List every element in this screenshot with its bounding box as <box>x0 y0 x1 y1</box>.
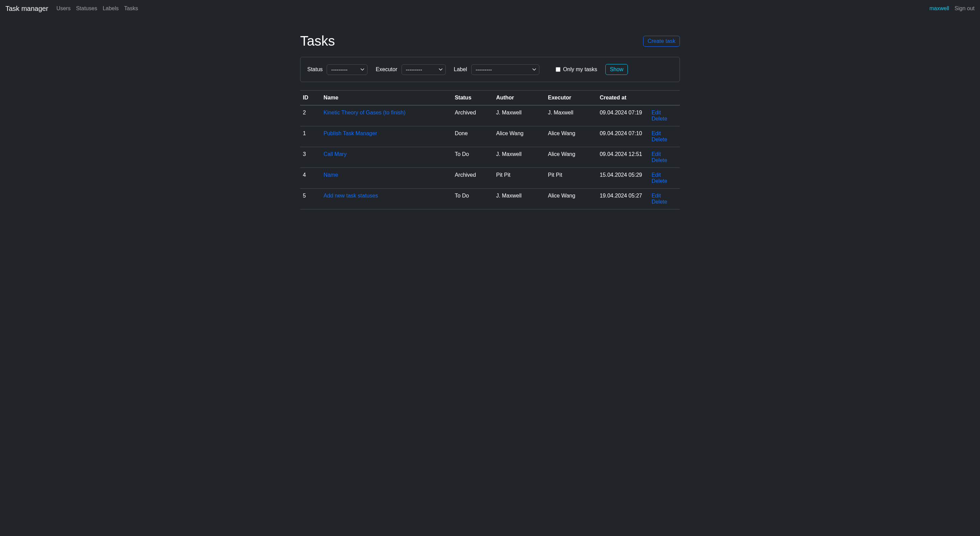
task-name-link[interactable]: Add new task statuses <box>324 193 378 199</box>
cell-actions: EditDelete <box>649 126 680 147</box>
status-select[interactable]: --------- <box>327 64 368 75</box>
cell-executor: Alice Wang <box>545 126 597 147</box>
cell-id: 5 <box>300 189 321 209</box>
delete-link[interactable]: Delete <box>652 199 677 205</box>
label-filter-group: Label --------- <box>454 64 539 75</box>
th-author: Author <box>493 91 545 105</box>
cell-executor: Pit Pit <box>545 168 597 189</box>
th-id: ID <box>300 91 321 105</box>
label-label: Label <box>454 66 467 73</box>
cell-executor: Alice Wang <box>545 147 597 168</box>
edit-link[interactable]: Edit <box>652 193 677 199</box>
signout-link[interactable]: Sign out <box>955 5 975 11</box>
cell-id: 3 <box>300 147 321 168</box>
cell-actions: EditDelete <box>649 168 680 189</box>
delete-link[interactable]: Delete <box>652 116 677 122</box>
nav-tasks[interactable]: Tasks <box>124 3 138 14</box>
cell-author: J. Maxwell <box>493 147 545 168</box>
cell-name: Kinetic Theory of Gases (to finish) <box>321 105 452 126</box>
table-row: 1Publish Task ManagerDoneAlice WangAlice… <box>300 126 680 147</box>
table-row: 2Kinetic Theory of Gases (to finish)Arch… <box>300 105 680 126</box>
cell-status: Archived <box>452 105 493 126</box>
cell-executor: Alice Wang <box>545 189 597 209</box>
cell-name: Add new task statuses <box>321 189 452 209</box>
cell-name: Name <box>321 168 452 189</box>
cell-author: Alice Wang <box>493 126 545 147</box>
filter-box: Status --------- Executor --------- Labe… <box>300 57 680 82</box>
delete-link[interactable]: Delete <box>652 157 677 163</box>
executor-label: Executor <box>375 66 397 73</box>
cell-actions: EditDelete <box>649 105 680 126</box>
task-name-link[interactable]: Kinetic Theory of Gases (to finish) <box>324 110 406 115</box>
cell-created-at: 19.04.2024 05:27 <box>597 189 649 209</box>
status-label: Status <box>307 66 323 73</box>
navbar: Task manager Users Statuses Labels Tasks… <box>0 0 980 17</box>
user-link[interactable]: maxwell <box>929 5 949 11</box>
main-container: Tasks Create task Status --------- Execu… <box>300 17 680 218</box>
task-name-link[interactable]: Call Mary <box>324 151 347 157</box>
cell-status: Done <box>452 126 493 147</box>
tasks-table: ID Name Status Author Executor Created a… <box>300 90 680 209</box>
edit-link[interactable]: Edit <box>652 172 677 178</box>
task-name-link[interactable]: Name <box>324 172 338 178</box>
header-row: Tasks Create task <box>300 34 680 49</box>
cell-id: 1 <box>300 126 321 147</box>
cell-id: 2 <box>300 105 321 126</box>
nav-labels[interactable]: Labels <box>103 3 119 14</box>
table-row: 5Add new task statusesTo DoJ. MaxwellAli… <box>300 189 680 209</box>
executor-select[interactable]: --------- <box>401 64 446 75</box>
status-filter-group: Status --------- <box>307 64 368 75</box>
show-button[interactable]: Show <box>605 64 628 75</box>
cell-status: Archived <box>452 168 493 189</box>
task-name-link[interactable]: Publish Task Manager <box>324 131 377 136</box>
table-row: 4NameArchivedPit PitPit Pit15.04.2024 05… <box>300 168 680 189</box>
only-my-tasks-group: Only my tasks <box>556 66 597 73</box>
brand-link[interactable]: Task manager <box>5 5 48 13</box>
label-select[interactable]: --------- <box>471 64 539 75</box>
cell-author: J. Maxwell <box>493 105 545 126</box>
nav-users[interactable]: Users <box>56 3 71 14</box>
cell-author: J. Maxwell <box>493 189 545 209</box>
create-task-button[interactable]: Create task <box>643 36 680 47</box>
th-actions <box>649 91 680 105</box>
cell-status: To Do <box>452 147 493 168</box>
only-my-tasks-label[interactable]: Only my tasks <box>563 66 597 73</box>
cell-actions: EditDelete <box>649 189 680 209</box>
page-title: Tasks <box>300 34 335 49</box>
cell-actions: EditDelete <box>649 147 680 168</box>
cell-created-at: 15.04.2024 05:29 <box>597 168 649 189</box>
cell-executor: J. Maxwell <box>545 105 597 126</box>
cell-created-at: 09.04.2024 07:19 <box>597 105 649 126</box>
delete-link[interactable]: Delete <box>652 178 677 184</box>
cell-id: 4 <box>300 168 321 189</box>
navbar-right: maxwell Sign out <box>929 5 975 11</box>
delete-link[interactable]: Delete <box>652 137 677 143</box>
edit-link[interactable]: Edit <box>652 131 677 137</box>
executor-filter-group: Executor --------- <box>375 64 445 75</box>
cell-name: Call Mary <box>321 147 452 168</box>
th-status: Status <box>452 91 493 105</box>
nav-statuses[interactable]: Statuses <box>76 3 97 14</box>
navbar-left: Task manager Users Statuses Labels Tasks <box>5 3 138 14</box>
th-name: Name <box>321 91 452 105</box>
cell-author: Pit Pit <box>493 168 545 189</box>
edit-link[interactable]: Edit <box>652 110 677 116</box>
cell-status: To Do <box>452 189 493 209</box>
th-created: Created at <box>597 91 649 105</box>
th-executor: Executor <box>545 91 597 105</box>
cell-name: Publish Task Manager <box>321 126 452 147</box>
cell-created-at: 09.04.2024 12:51 <box>597 147 649 168</box>
table-row: 3Call MaryTo DoJ. MaxwellAlice Wang09.04… <box>300 147 680 168</box>
cell-created-at: 09.04.2024 07:10 <box>597 126 649 147</box>
edit-link[interactable]: Edit <box>652 151 677 157</box>
only-my-tasks-checkbox[interactable] <box>556 67 560 72</box>
